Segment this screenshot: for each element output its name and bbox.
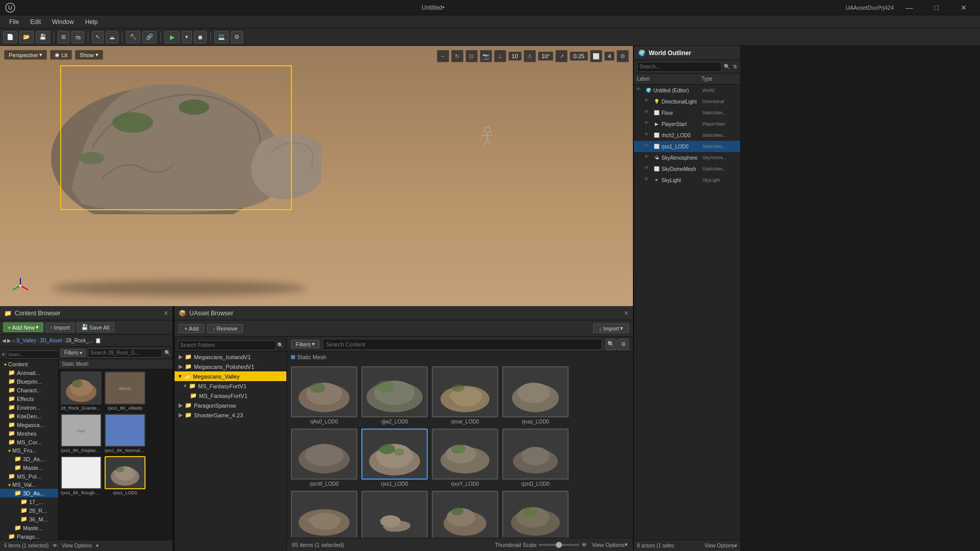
- uab-asset-rjmar[interactable]: rjmar_LOD0: [432, 366, 498, 424]
- tree-item-blueprints[interactable]: 📁 Blueprin...: [0, 377, 58, 386]
- tree-item-28[interactable]: 📁 28_R...: [0, 506, 58, 515]
- uab-asset-rjscw[interactable]: rjscW_LOD0: [291, 429, 357, 487]
- wo-visibility-icon-6[interactable]: 👁: [644, 143, 651, 150]
- translate-button[interactable]: ↔: [437, 50, 449, 62]
- wo-item-rhch2[interactable]: 👁 ⬜ rhch2_LOD0 StaticMes...: [634, 130, 740, 141]
- path-s-valley[interactable]: S_Valley: [16, 338, 36, 343]
- cb-view-options-chevron[interactable]: ▾: [96, 543, 99, 548]
- tree-item-meshes[interactable]: 📁 Meshes: [0, 429, 58, 438]
- folder-shooter-game[interactable]: ▶ 📁 ShooterGame_4.23: [175, 410, 286, 420]
- thumbnail-slider[interactable]: [538, 544, 579, 546]
- camera-button[interactable]: 📷: [480, 50, 492, 62]
- folder-megascans-polished[interactable]: ▶ 📁 Megascans_PolishedV1: [175, 362, 286, 371]
- save-all-button[interactable]: 💾 Save All: [77, 322, 114, 332]
- cb-search-icon[interactable]: 🔍: [164, 350, 170, 356]
- asset-albedo[interactable]: Albedo rjxs1_8K_Albedo: [105, 371, 145, 411]
- rotation-snap-value[interactable]: 10°: [538, 52, 554, 61]
- uab-filter-button[interactable]: Filters ▾: [291, 340, 320, 348]
- surface-snap-button[interactable]: ⊥: [494, 50, 506, 62]
- wo-visibility-icon-3[interactable]: 👁: [644, 109, 651, 116]
- select-mode-button[interactable]: ↖: [92, 31, 104, 43]
- save-button[interactable]: 💾: [36, 31, 50, 43]
- perspective-button[interactable]: Perspective ▾: [4, 50, 47, 60]
- new-level-button[interactable]: 📄: [3, 31, 17, 43]
- tree-item-ms-fru[interactable]: ▾ MS_Fru...: [0, 446, 58, 455]
- menu-file[interactable]: File: [4, 17, 24, 27]
- tree-item-paragon[interactable]: 📁 Parago...: [0, 532, 58, 540]
- uab-asset-rjznd[interactable]: rjznD_LOD0: [502, 429, 569, 487]
- cb-filter-button[interactable]: Filters ▾: [61, 349, 86, 357]
- wo-item-directional-light[interactable]: 👁 💡 DirectionalLight Directional: [634, 96, 740, 107]
- uab-add-button[interactable]: + Add: [179, 324, 204, 333]
- uab-asset-rjxs1[interactable]: rjxs1_LOD0: [361, 429, 428, 487]
- wo-visibility-icon-7[interactable]: 👁: [644, 154, 651, 161]
- wo-item-floor[interactable]: 👁 ⬜ Floor StaticMes...: [634, 107, 740, 118]
- path-copy-icon[interactable]: 📋: [95, 338, 101, 343]
- tree-item-kitedem[interactable]: 📁 KiteDen...: [0, 412, 58, 420]
- cb-import-button[interactable]: ↑ Import: [45, 323, 75, 332]
- tree-item-17[interactable]: 📁 17_...: [0, 497, 58, 506]
- wo-item-sky-light[interactable]: 👁 ☀ SkyLight SkyLight: [634, 174, 740, 186]
- tree-item-master-1[interactable]: 📁 Maste...: [0, 463, 58, 472]
- tree-item-effects[interactable]: 📁 Effects: [0, 394, 58, 403]
- wo-view-options[interactable]: View Options: [704, 543, 734, 548]
- uab-asset-rkiwn[interactable]: rkiwn_LOD0: [361, 491, 428, 538]
- asset-lod0[interactable]: rjxs1_LOD0: [105, 456, 145, 495]
- uab-remove-button[interactable]: - Remove: [207, 324, 243, 333]
- tree-item-master-2[interactable]: 📁 Maste...: [0, 523, 58, 532]
- home-icon[interactable]: ⌂: [12, 338, 15, 343]
- wo-item-sky-atmo[interactable]: 👁 🌤 SkyAtmosphere SkyAtmos...: [634, 152, 740, 163]
- folder-paragon-sparrow[interactable]: ▶ 📁 ParagonSparrow: [175, 400, 286, 410]
- back-button[interactable]: ◀: [2, 338, 6, 343]
- tree-item-animations[interactable]: 📁 Animati...: [0, 368, 58, 377]
- tree-item-3das-2[interactable]: 📁 3D_As...: [0, 489, 58, 497]
- play-button[interactable]: ▶: [164, 31, 180, 43]
- asset-roughness[interactable]: rjxs1_8K_Roughness: [61, 456, 102, 495]
- uab-asset-11[interactable]: asset_LOD0: [432, 491, 498, 538]
- close-uasset-button[interactable]: ✕: [624, 310, 629, 317]
- uab-view-options-text[interactable]: View Options: [592, 542, 625, 548]
- tree-search-input[interactable]: [6, 350, 59, 359]
- tree-item-characters[interactable]: 📁 Charact...: [0, 386, 58, 394]
- tree-item-ms-core[interactable]: 📁 MS_Cor...: [0, 438, 58, 446]
- add-new-button[interactable]: + Add New ▾: [3, 322, 43, 332]
- landscape-button[interactable]: ⛰: [106, 31, 118, 43]
- wo-visibility-icon-9[interactable]: 👁: [644, 177, 651, 184]
- wo-visibility-icon-5[interactable]: 👁: [644, 132, 651, 139]
- thumbnail-slider-handle[interactable]: [556, 542, 562, 548]
- path-28-rock[interactable]: 28_Rock_...: [66, 338, 93, 343]
- wo-sort-icon[interactable]: ⇅: [733, 64, 737, 69]
- path-3d-asset[interactable]: 3D_Asset: [40, 338, 62, 343]
- menu-window[interactable]: Window: [47, 17, 79, 27]
- uab-import-button[interactable]: ↓ Import ▾: [593, 323, 629, 333]
- tree-item-ms-val[interactable]: ▾ MS_Val...: [0, 481, 58, 489]
- platforms-button[interactable]: 💻: [214, 31, 229, 43]
- content-drawer-button[interactable]: ⊞: [58, 31, 69, 43]
- snap-button[interactable]: 🔗: [142, 31, 157, 43]
- wo-item-player-start[interactable]: 👁 ▶ PlayerStart PlayerStart: [634, 118, 740, 130]
- close-button[interactable]: ✕: [952, 0, 975, 15]
- expand-icon[interactable]: ↗: [555, 50, 568, 62]
- wo-visibility-icon-8[interactable]: 👁: [644, 165, 651, 172]
- wo-search-icon[interactable]: 🔍: [724, 64, 730, 69]
- maximize-viewport-button[interactable]: ⬜: [590, 50, 602, 62]
- play-options-button[interactable]: ▾: [182, 31, 192, 43]
- uab-asset-rkiwf[interactable]: rkiwf_LOD0: [291, 491, 357, 538]
- uab-view-options-btn[interactable]: ⊞: [618, 339, 629, 350]
- scale-button[interactable]: ⊡: [465, 50, 478, 62]
- wo-item-sky-dome[interactable]: 👁 ⬜ SkyDomeMesh StaticMes...: [634, 163, 740, 174]
- scale-snap-value[interactable]: 0.25: [570, 52, 587, 61]
- wo-visibility-icon[interactable]: 👁: [636, 87, 643, 94]
- menu-help[interactable]: Help: [80, 17, 103, 27]
- wo-item-rjxs1[interactable]: 👁 ⬜ rjxs1_LOD0 StaticMes...: [634, 141, 740, 152]
- grid-size-value[interactable]: 10: [508, 52, 522, 61]
- wo-visibility-icon-2[interactable]: 👁: [644, 98, 651, 105]
- uab-asset-12[interactable]: asset_LOD0: [502, 491, 569, 538]
- menu-edit[interactable]: Edit: [25, 17, 46, 27]
- show-button[interactable]: Show ▾: [75, 50, 103, 60]
- world-outliner-search-input[interactable]: [637, 62, 722, 72]
- asset-displacement[interactable]: Displ. rjxs1_8K_Displacement: [61, 414, 102, 453]
- world-outliner-items[interactable]: 👁 🌍 Untitled (Editor) World 👁 💡 Directio…: [634, 85, 740, 540]
- close-content-browser-button[interactable]: ✕: [163, 310, 168, 317]
- uasset-assets-container[interactable]: rjAs0_LOD0: [287, 362, 633, 538]
